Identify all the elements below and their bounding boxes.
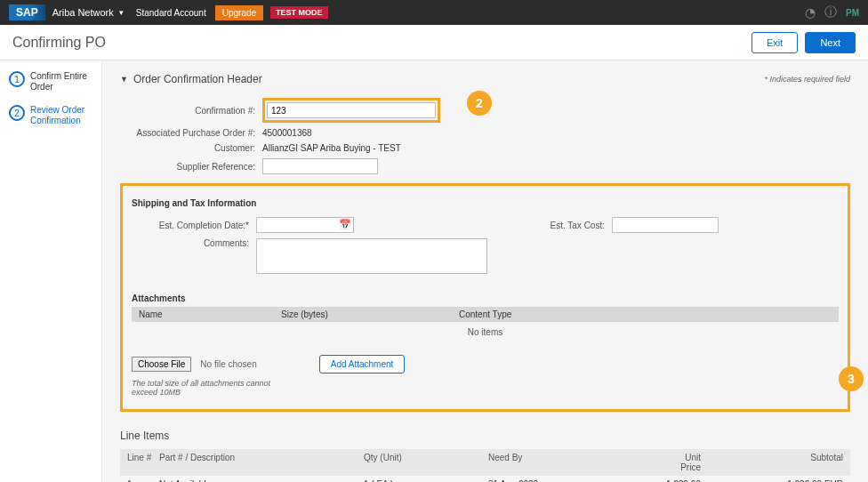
supplier-ref-input[interactable] (262, 158, 378, 174)
main-content: ▼ Order Confirmation Header * Indicates … (102, 60, 868, 482)
choose-file-button[interactable]: Choose File (132, 357, 191, 372)
section-title: Order Confirmation Header (133, 73, 262, 85)
completion-date-label: Est. Completion Date:* (132, 221, 256, 230)
attachments-empty: No items (132, 322, 839, 342)
required-note: * Indicates required field (764, 75, 850, 84)
attach-col-type: Content Type (459, 309, 511, 319)
upgrade-button[interactable]: Upgrade (215, 5, 263, 20)
chevron-down-icon[interactable]: ▾ (119, 8, 124, 17)
wizard-step-confirm[interactable]: 1 Confirm Entire Order (9, 71, 94, 92)
top-navbar: SAP Ariba Network ▾ Standard Account Upg… (0, 0, 868, 25)
wizard-sidebar: 1 Confirm Entire Order 2 Review Order Co… (0, 60, 102, 482)
page-title: Confirming PO (12, 35, 106, 51)
test-mode-badge: TEST MODE (270, 6, 328, 19)
tax-cost-label: Est. Tax Cost: (523, 221, 612, 230)
confirmation-number-label: Confirmation #: (120, 106, 262, 116)
line-items-title: Line Items (120, 430, 850, 442)
line-item-row: 1 Not Available 1 ( EA ) 31 Aug 2020 1,0… (120, 476, 850, 482)
line-items-header: Line # Part # / Description Qty (Unit) N… (120, 449, 850, 476)
callout-2: 2 (467, 91, 492, 116)
add-attachment-button[interactable]: Add Attachment (319, 355, 406, 374)
line-items-section: Line Items Line # Part # / Description Q… (120, 430, 850, 482)
attach-col-size: Size (bytes) (281, 309, 459, 319)
collapse-toggle-icon[interactable]: ▼ (120, 75, 128, 84)
customer-label: Customer: (120, 143, 262, 153)
confirmation-highlight (262, 98, 440, 123)
col-need: Need By (488, 453, 666, 472)
shipping-tax-title: Shipping and Tax Information (132, 198, 839, 208)
calendar-icon[interactable]: 📅 (339, 219, 351, 230)
step-label-2: Review Order Confirmation (30, 105, 94, 126)
page-header: Confirming PO Exit Next (0, 25, 868, 60)
customer-value: AllianzGI SAP Ariba Buying - TEST (262, 143, 401, 153)
section-header: ▼ Order Confirmation Header * Indicates … (120, 73, 850, 85)
col-line: Line # (127, 453, 159, 472)
shipping-tax-section: Shipping and Tax Information Est. Comple… (120, 183, 850, 412)
attachment-size-note: The total size of all attachments cannot… (132, 379, 292, 397)
step-number-1: 1 (9, 71, 25, 87)
col-part: Part # / Description (159, 453, 364, 472)
attachments-header-row: Name Size (bytes) Content Type (132, 307, 839, 322)
sap-logo: SAP (9, 4, 45, 20)
product-title: Ariba Network (52, 7, 114, 18)
po-number-value: 4500001368 (262, 128, 312, 138)
col-subtotal: Subtotal (754, 453, 843, 472)
supplier-ref-label: Supplier Reference: (120, 162, 262, 172)
account-type-label: Standard Account (136, 8, 206, 18)
next-button-top[interactable]: Next (805, 32, 856, 53)
callout-3: 3 (839, 366, 864, 391)
col-qty: Qty (Unit) (364, 453, 488, 472)
po-number-label: Associated Purchase Order #: (120, 128, 262, 138)
col-price: Unit Price (666, 453, 754, 472)
help-icon[interactable]: ⓘ (824, 4, 837, 20)
attachments-title: Attachments (132, 293, 839, 303)
step-number-2: 2 (9, 105, 25, 121)
comments-label: Comments: (132, 238, 256, 248)
no-file-label: No file chosen (200, 359, 256, 369)
wizard-step-review[interactable]: 2 Review Order Confirmation (9, 105, 94, 126)
tax-cost-input[interactable] (612, 217, 719, 233)
confirmation-number-input[interactable] (267, 102, 436, 118)
user-avatar[interactable]: PM (846, 8, 859, 18)
exit-button-top[interactable]: Exit (751, 32, 798, 53)
attach-col-name: Name (139, 309, 281, 319)
settings-icon[interactable]: ◔ (805, 5, 816, 20)
step-label-1: Confirm Entire Order (30, 71, 94, 92)
comments-textarea[interactable] (256, 238, 487, 274)
